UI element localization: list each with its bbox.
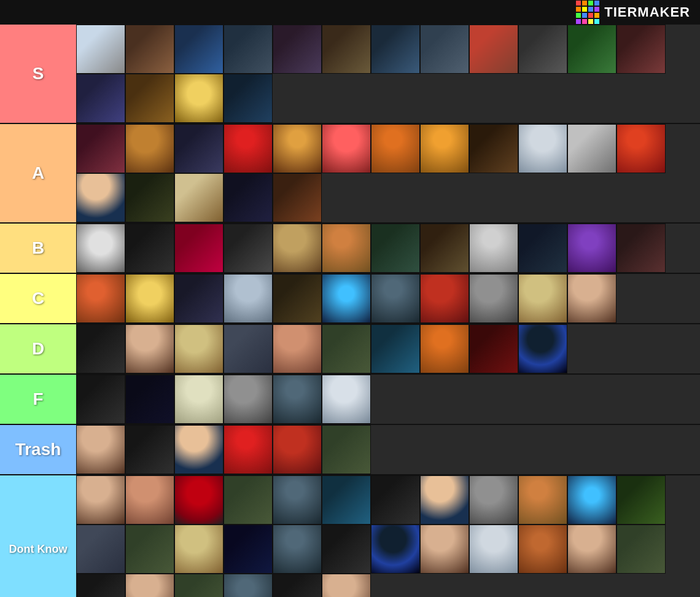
tier-item[interactable] (125, 274, 174, 323)
tier-item[interactable] (518, 324, 567, 373)
tier-item[interactable] (174, 274, 224, 323)
tier-item[interactable] (76, 425, 125, 474)
tier-item[interactable] (125, 224, 174, 273)
tier-item[interactable] (322, 425, 371, 474)
tier-item[interactable] (224, 475, 273, 525)
tier-item[interactable] (567, 274, 616, 323)
tier-item[interactable] (420, 475, 469, 525)
tier-item[interactable] (273, 173, 322, 222)
tier-item[interactable] (174, 224, 224, 273)
tier-item[interactable] (616, 525, 666, 574)
tier-item[interactable] (420, 124, 469, 173)
tier-item[interactable] (469, 224, 518, 273)
tier-item[interactable] (567, 25, 616, 74)
tier-item[interactable] (567, 525, 616, 574)
tier-item[interactable] (125, 425, 174, 474)
tier-item[interactable] (76, 525, 125, 574)
tier-item[interactable] (174, 324, 224, 373)
tier-item[interactable] (76, 173, 125, 222)
tier-item[interactable] (174, 74, 224, 123)
tier-item[interactable] (224, 324, 273, 373)
tier-item[interactable] (616, 25, 666, 74)
tier-item[interactable] (224, 173, 273, 222)
tier-item[interactable] (518, 274, 567, 323)
tier-item[interactable] (469, 124, 518, 173)
tier-item[interactable] (567, 124, 616, 173)
tier-item[interactable] (273, 25, 322, 74)
tier-item[interactable] (371, 475, 420, 525)
tier-item[interactable] (273, 224, 322, 273)
tier-item[interactable] (224, 124, 273, 173)
tier-item[interactable] (76, 574, 125, 597)
tier-item[interactable] (76, 124, 125, 173)
tier-item[interactable] (273, 574, 322, 597)
tier-item[interactable] (420, 224, 469, 273)
tier-item[interactable] (616, 124, 666, 173)
tier-item[interactable] (125, 25, 174, 74)
tier-item[interactable] (371, 224, 420, 273)
tier-item[interactable] (322, 274, 371, 323)
tier-item[interactable] (224, 425, 273, 474)
tier-item[interactable] (174, 525, 224, 574)
tier-item[interactable] (518, 475, 567, 525)
tier-item[interactable] (420, 525, 469, 574)
tier-item[interactable] (174, 425, 224, 474)
tier-item[interactable] (518, 525, 567, 574)
tier-item[interactable] (322, 124, 371, 173)
tier-item[interactable] (76, 475, 125, 525)
tier-item[interactable] (273, 525, 322, 574)
tier-item[interactable] (518, 25, 567, 74)
tier-item[interactable] (224, 525, 273, 574)
tier-item[interactable] (469, 475, 518, 525)
tier-item[interactable] (616, 475, 666, 525)
tier-item[interactable] (371, 274, 420, 323)
tier-item[interactable] (322, 324, 371, 373)
tier-item[interactable] (322, 475, 371, 525)
tier-item[interactable] (371, 324, 420, 373)
tier-item[interactable] (174, 25, 224, 74)
tier-item[interactable] (371, 25, 420, 74)
tier-item[interactable] (567, 475, 616, 525)
tier-item[interactable] (518, 124, 567, 173)
tier-item[interactable] (371, 525, 420, 574)
tier-item[interactable] (125, 475, 174, 525)
tier-item[interactable] (616, 224, 666, 273)
tier-item[interactable] (174, 574, 224, 597)
tier-item[interactable] (76, 375, 125, 424)
tier-item[interactable] (125, 375, 174, 424)
tier-item[interactable] (567, 224, 616, 273)
tier-item[interactable] (174, 475, 224, 525)
tier-item[interactable] (322, 525, 371, 574)
tier-item[interactable] (76, 324, 125, 373)
tier-item[interactable] (125, 74, 174, 123)
tiermaker-logo[interactable]: TiERMAKER (576, 1, 690, 24)
tier-item[interactable] (273, 324, 322, 373)
tier-item[interactable] (469, 525, 518, 574)
tier-item[interactable] (125, 574, 174, 597)
tier-item[interactable] (322, 375, 371, 424)
tier-item[interactable] (76, 25, 125, 74)
tier-item[interactable] (76, 274, 125, 323)
tier-item[interactable] (125, 324, 174, 373)
tier-item[interactable] (322, 224, 371, 273)
tier-item[interactable] (469, 274, 518, 323)
tier-item[interactable] (224, 224, 273, 273)
tier-item[interactable] (125, 124, 174, 173)
tier-item[interactable] (469, 25, 518, 74)
tier-item[interactable] (76, 74, 125, 123)
tier-item[interactable] (273, 425, 322, 474)
tier-item[interactable] (371, 124, 420, 173)
tier-item[interactable] (224, 274, 273, 323)
tier-item[interactable] (322, 25, 371, 74)
tier-item[interactable] (273, 475, 322, 525)
tier-item[interactable] (420, 274, 469, 323)
tier-item[interactable] (518, 224, 567, 273)
tier-item[interactable] (125, 525, 174, 574)
tier-item[interactable] (322, 574, 371, 597)
tier-item[interactable] (224, 74, 273, 123)
tier-item[interactable] (224, 375, 273, 424)
tier-item[interactable] (224, 25, 273, 74)
tier-item[interactable] (174, 173, 224, 222)
tier-item[interactable] (174, 124, 224, 173)
tier-item[interactable] (420, 25, 469, 74)
